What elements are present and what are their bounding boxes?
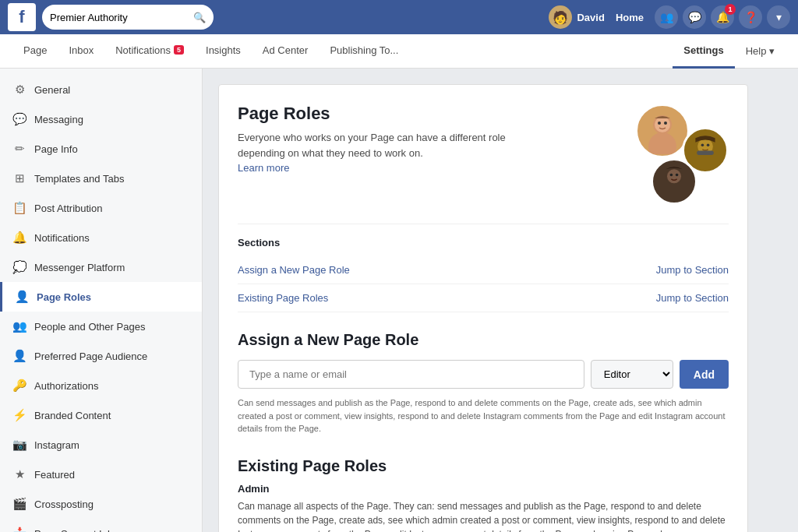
sidebar-label: Page Info — [34, 143, 78, 155]
sidebar-item-page-info[interactable]: ✏ Page Info — [0, 134, 202, 164]
sidebar-label: Instagram — [34, 439, 79, 451]
nav-settings[interactable]: Settings — [673, 34, 734, 69]
svg-point-12 — [670, 173, 673, 176]
add-role-button[interactable]: Add — [680, 360, 729, 389]
sidebar-item-featured[interactable]: ★ Featured — [0, 460, 202, 489]
sidebar-label: Preferred Page Audience — [34, 351, 147, 362]
friends-icon[interactable]: 👥 — [655, 5, 678, 29]
avatar: 🧑 — [549, 5, 572, 29]
page-roles-card: Page Roles Everyone who works on your Pa… — [218, 84, 748, 532]
messaging-icon: 💬 — [12, 112, 26, 126]
templates-icon: ⊞ — [12, 171, 26, 185]
sidebar-label: Authorizations — [34, 380, 98, 392]
sidebar-label: Featured — [34, 469, 75, 481]
nav-help[interactable]: Help ▾ — [735, 34, 786, 69]
sidebar-label: Templates and Tabs — [34, 173, 124, 185]
user-name: David — [577, 12, 604, 23]
sidebar-item-messaging[interactable]: 💬 Messaging — [0, 104, 202, 134]
role-select[interactable]: Editor Admin Moderator Advertiser Analys… — [591, 360, 673, 389]
notification-badge: 1 — [725, 4, 736, 15]
gear-icon: ⚙ — [12, 83, 26, 97]
sidebar-label: Post Attribution — [34, 203, 102, 214]
roles-description: Everyone who works on your Page can have… — [238, 130, 549, 176]
instagram-icon: 📷 — [12, 438, 26, 452]
sidebar-item-instagram[interactable]: 📷 Instagram — [0, 430, 202, 460]
sidebar-item-general[interactable]: ⚙ General — [0, 75, 202, 104]
inbox-icon: 📩 — [12, 527, 26, 532]
content-wrap: ⚙ General 💬 Messaging ✏ Page Info ⊞ Temp… — [0, 69, 798, 532]
section-existing-row: Existing Page Roles Jump to Section — [238, 284, 729, 312]
topbar: f 🔍 🧑 David Home 👥 💬 🔔 1 ❓ ▾ — [0, 0, 798, 34]
learn-more-link[interactable]: Learn more — [238, 162, 289, 174]
assign-role-link[interactable]: Assign a New Page Role — [238, 264, 350, 276]
notifications-icon[interactable]: 🔔 1 — [711, 5, 734, 29]
star-icon: ★ — [12, 467, 26, 481]
assign-jump[interactable]: Jump to Section — [656, 264, 729, 276]
existing-roles-link[interactable]: Existing Page Roles — [238, 292, 328, 304]
assign-name-input[interactable] — [238, 360, 584, 389]
sidebar: ⚙ General 💬 Messaging ✏ Page Info ⊞ Temp… — [0, 69, 203, 532]
sidebar-item-post-attribution[interactable]: 📋 Post Attribution — [0, 193, 202, 223]
existing-title: Existing Page Roles — [238, 457, 729, 475]
search-input[interactable] — [50, 12, 190, 23]
nav-page[interactable]: Page — [12, 34, 58, 69]
sidebar-item-templates[interactable]: ⊞ Templates and Tabs — [0, 164, 202, 193]
svg-point-13 — [676, 173, 679, 176]
help-icon[interactable]: ❓ — [739, 5, 762, 29]
search-bar[interactable]: 🔍 — [42, 5, 214, 30]
nav-publishing[interactable]: Publishing To... — [319, 34, 409, 69]
sidebar-item-notifications[interactable]: 🔔 Notifications — [0, 223, 202, 252]
sidebar-item-crossposting[interactable]: 🎬 Crossposting — [0, 489, 202, 519]
sidebar-item-support-inbox[interactable]: 📩 Page Support Inbox — [0, 519, 202, 532]
page-nav: Page Inbox Notifications 5 Insights Ad C… — [0, 34, 798, 69]
nav-inbox[interactable]: Inbox — [58, 34, 104, 69]
more-icon[interactable]: ▾ — [767, 5, 790, 29]
sidebar-label: General — [34, 84, 70, 96]
home-link[interactable]: Home — [609, 12, 650, 23]
user-profile[interactable]: 🧑 David — [549, 5, 604, 29]
nav-notifications[interactable]: Notifications 5 — [104, 34, 195, 69]
branded-icon: ⚡ — [12, 408, 26, 422]
svg-point-8 — [707, 143, 710, 146]
svg-point-7 — [701, 143, 704, 146]
nav-insights[interactable]: Insights — [195, 34, 252, 69]
messenger-icon[interactable]: 💬 — [683, 5, 706, 29]
svg-point-4 — [664, 122, 667, 125]
svg-point-3 — [658, 122, 661, 125]
bell-icon: 🔔 — [12, 231, 26, 245]
person-icon: 👤 — [15, 290, 29, 304]
notifications-count: 5 — [174, 45, 184, 55]
edit-icon: ✏ — [12, 142, 26, 156]
facebook-logo: f — [8, 3, 36, 31]
sidebar-item-preferred-audience[interactable]: 👤 Preferred Page Audience — [0, 341, 202, 371]
sidebar-label: Page Roles — [37, 291, 91, 303]
admin-role-description: Can manage all aspects of the Page. They… — [238, 499, 729, 533]
audience-icon: 👤 — [12, 349, 26, 363]
avatar-bottom — [651, 158, 697, 205]
sidebar-label: Crossposting — [34, 499, 94, 510]
nav-ad-center[interactable]: Ad Center — [252, 34, 320, 69]
sidebar-label: Page Support Inbox — [34, 528, 124, 533]
main-content: Page Roles Everyone who works on your Pa… — [203, 69, 798, 532]
roles-avatars — [627, 104, 729, 205]
svg-point-1 — [648, 132, 676, 154]
assign-form: Editor Admin Moderator Advertiser Analys… — [238, 360, 729, 389]
sidebar-label: People and Other Pages — [34, 321, 145, 333]
sidebar-label: Messaging — [34, 114, 83, 125]
sidebar-item-branded-content[interactable]: ⚡ Branded Content — [0, 400, 202, 430]
sidebar-item-page-roles[interactable]: 👤 Page Roles — [0, 282, 202, 312]
search-icon: 🔍 — [193, 12, 206, 23]
section-assign-row: Assign a New Page Role Jump to Section — [238, 256, 729, 284]
pagenav-right: Settings Help ▾ — [673, 34, 786, 69]
sidebar-item-messenger-platform[interactable]: 💭 Messenger Platform — [0, 252, 202, 282]
admin-role-title: Admin — [238, 483, 729, 495]
attribution-icon: 📋 — [12, 201, 26, 215]
key-icon: 🔑 — [12, 379, 26, 393]
sidebar-item-people-pages[interactable]: 👥 People and Other Pages — [0, 312, 202, 341]
roles-header: Page Roles Everyone who works on your Pa… — [238, 104, 729, 205]
svg-rect-9 — [697, 150, 714, 154]
sidebar-item-authorizations[interactable]: 🔑 Authorizations — [0, 371, 202, 400]
assign-description: Can send messages and publish as the Pag… — [238, 396, 729, 435]
sections-heading: Sections — [238, 224, 729, 248]
existing-jump[interactable]: Jump to Section — [656, 292, 729, 304]
